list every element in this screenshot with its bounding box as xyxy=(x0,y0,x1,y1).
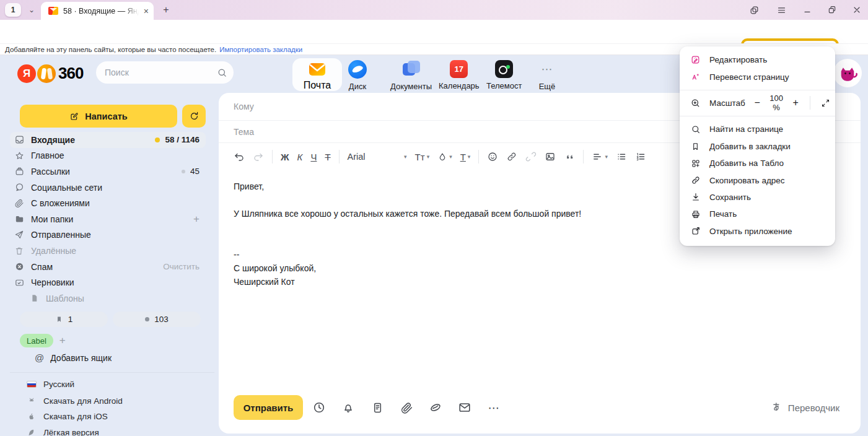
underline-button[interactable]: Ч xyxy=(310,152,317,162)
zoom-separator xyxy=(810,96,810,110)
fullscreen-button[interactable] xyxy=(821,95,830,110)
zoom-out-button[interactable]: − xyxy=(753,95,761,110)
translator-label: Переводчик xyxy=(788,403,840,413)
refresh-mail-button[interactable] xyxy=(182,105,206,128)
label-tag[interactable]: Label xyxy=(20,334,53,347)
quote-button[interactable] xyxy=(564,151,575,162)
side-panel-icon[interactable] xyxy=(747,4,761,15)
redo-button[interactable] xyxy=(253,151,264,162)
menu-item-add-tablo[interactable]: Добавить на Табло xyxy=(680,155,835,172)
import-bookmarks-link[interactable]: Импортировать закладки xyxy=(219,46,302,53)
add-mailbox-button[interactable]: @ Добавить ящик xyxy=(35,352,112,363)
active-tab[interactable]: 58 · Входящие — Яндек × xyxy=(41,2,154,20)
menu-item-copy-address[interactable]: Скопировать адрес xyxy=(680,172,835,188)
folder-social[interactable]: Социальные сети xyxy=(10,180,206,196)
text-color-select[interactable]: Т▾ xyxy=(460,152,471,162)
folder-inbox[interactable]: Входящие 58 / 1146 xyxy=(10,132,206,148)
telemost-service-icon xyxy=(495,60,513,78)
folder-my-folders[interactable]: Мои папки + xyxy=(10,211,206,227)
font-family-select[interactable]: Arial ▾ xyxy=(348,152,407,162)
light-version-link[interactable]: Лёгкая версия xyxy=(26,428,99,436)
download-android-link[interactable]: Скачать для Android xyxy=(26,396,123,406)
undo-button[interactable] xyxy=(234,151,245,162)
insert-image-button[interactable] xyxy=(545,151,556,162)
numbered-list-button[interactable] xyxy=(635,151,646,162)
bullet-list-button[interactable] xyxy=(616,151,627,162)
language-switcher[interactable]: Русский xyxy=(26,380,74,389)
translator-button[interactable]: Переводчик xyxy=(770,401,840,414)
service-calendar[interactable]: 17 Календарь xyxy=(439,60,480,90)
zoom-icon xyxy=(690,98,701,108)
folder-newsletters[interactable]: Рассылки 45 xyxy=(10,164,206,180)
add-label-button[interactable]: + xyxy=(59,334,66,347)
refresh-mail-icon xyxy=(189,111,199,121)
sidebar-divider xyxy=(10,372,214,373)
folder-attachments[interactable]: С вложениями xyxy=(10,195,206,211)
menu-item-open-app-label: Открыть приложение xyxy=(709,227,792,236)
notify-button[interactable] xyxy=(341,400,356,415)
download-ios-label: Скачать для iOS xyxy=(43,412,108,421)
bold-button[interactable]: Ж xyxy=(281,152,289,162)
menu-item-edit[interactable]: Редактировать xyxy=(680,51,835,68)
tab-close-icon[interactable]: × xyxy=(144,7,149,15)
compose-button[interactable]: Написать xyxy=(20,105,177,128)
emoji-button[interactable] xyxy=(487,151,498,162)
service-telemost[interactable]: Телемост xyxy=(486,60,522,90)
window-minimize-button[interactable] xyxy=(800,4,814,15)
at-icon: @ xyxy=(35,352,44,363)
menu-item-edit-label: Редактировать xyxy=(709,55,767,64)
zoom-in-button[interactable]: + xyxy=(792,95,800,110)
attach-from-mail-button[interactable] xyxy=(457,400,472,415)
service-more[interactable]: ⋯ Ещё xyxy=(538,60,556,91)
menu-item-add-bookmark[interactable]: Добавить в закладки xyxy=(680,138,835,155)
folder-drafts[interactable]: Черновики xyxy=(10,274,206,290)
service-mail[interactable]: Почта xyxy=(292,58,342,91)
search-icon xyxy=(217,68,227,78)
tab-group-chevron-icon[interactable]: ⌄ xyxy=(25,3,38,17)
menu-item-open-app[interactable]: Открыть приложение xyxy=(680,223,835,240)
service-documents[interactable]: Документы xyxy=(390,60,432,91)
window-close-button[interactable] xyxy=(850,4,864,15)
clear-spam-button[interactable]: Очистить xyxy=(163,262,199,271)
highlight-color-select[interactable]: ▾ xyxy=(437,152,452,162)
folder-sent[interactable]: Отправленные xyxy=(10,227,206,243)
service-calendar-label: Календарь xyxy=(439,81,480,90)
folder-important[interactable]: Главное xyxy=(10,148,206,164)
menu-item-find[interactable]: Найти на странице xyxy=(680,121,835,137)
schedule-send-button[interactable] xyxy=(312,400,327,415)
service-documents-label: Документы xyxy=(390,82,432,91)
new-tab-button[interactable]: + xyxy=(160,4,172,16)
browser-menu-icon[interactable] xyxy=(774,4,788,15)
user-avatar[interactable] xyxy=(833,59,862,87)
menu-item-print[interactable]: Печать xyxy=(680,206,835,222)
folder-spam[interactable]: Спам Очистить xyxy=(10,259,206,275)
template-button[interactable] xyxy=(370,400,385,415)
remove-link-button[interactable] xyxy=(525,151,537,162)
folder-templates[interactable]: Шаблоны xyxy=(10,290,206,307)
inbox-icon xyxy=(14,134,25,145)
strikethrough-button[interactable]: Т xyxy=(325,152,330,162)
italic-button[interactable]: К xyxy=(297,152,303,162)
send-button[interactable]: Отправить xyxy=(234,395,303,420)
menu-item-save[interactable]: Сохранить xyxy=(680,189,835,206)
chat-bubble-icon xyxy=(14,182,25,193)
menu-item-print-label: Печать xyxy=(709,209,737,219)
unread-filter-pill[interactable]: 103 xyxy=(113,312,201,327)
attach-from-disk-button[interactable] xyxy=(428,400,443,415)
service-disk[interactable]: Диск xyxy=(348,60,367,91)
printer-icon xyxy=(690,209,701,219)
bookmarked-filter-pill[interactable]: 1 xyxy=(20,312,108,327)
window-restore-button[interactable] xyxy=(825,4,839,15)
folder-trash[interactable]: Удалённые xyxy=(10,243,206,259)
tab-group-chip[interactable]: 1 xyxy=(5,3,21,17)
font-size-select[interactable]: Тт▾ xyxy=(415,152,430,162)
download-ios-link[interactable]: Скачать для iOS xyxy=(26,412,108,421)
more-actions-button[interactable]: ⋯ xyxy=(486,400,501,415)
attach-file-button[interactable] xyxy=(399,400,414,415)
menu-item-translate-page[interactable]: Перевести страницу xyxy=(680,68,835,85)
add-folder-button[interactable]: + xyxy=(193,213,199,225)
align-select[interactable]: ▾ xyxy=(592,151,608,162)
menu-divider xyxy=(680,90,835,90)
insert-link-button[interactable] xyxy=(506,151,517,162)
menu-item-zoom: Масштаб − 100 % + xyxy=(680,95,835,111)
